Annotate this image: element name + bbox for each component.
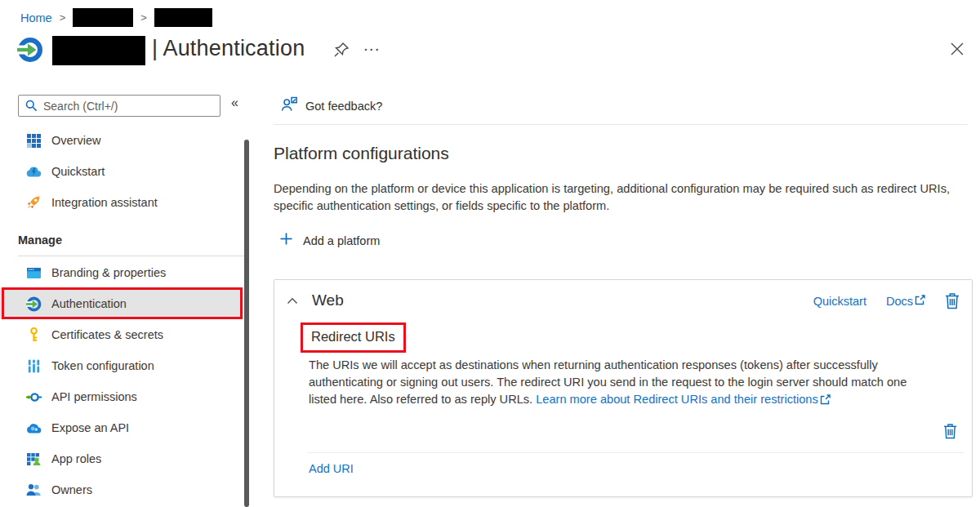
redirect-uris-heading: Redirect URIs xyxy=(311,329,395,344)
page-title: | Authentication xyxy=(152,36,305,61)
sidebar-section-manage: Manage xyxy=(18,233,62,247)
sidebar-item-label: Certificates & secrets xyxy=(51,328,163,341)
sidebar-item-api-permissions[interactable]: API permissions xyxy=(0,381,243,412)
sidebar-item-label: Token configuration xyxy=(51,359,154,372)
sidebar-item-authentication[interactable]: Authentication xyxy=(0,288,243,319)
cloud-bolt-icon xyxy=(24,166,42,177)
sidebar-item-overview[interactable]: Overview xyxy=(0,125,243,156)
add-platform-button[interactable]: Add a platform xyxy=(280,233,380,248)
cloud-icon xyxy=(24,423,42,434)
grid-icon xyxy=(24,134,42,148)
web-card-title: Web xyxy=(312,291,344,309)
add-platform-label: Add a platform xyxy=(303,234,380,247)
docs-link[interactable]: Docs xyxy=(886,295,925,308)
annotation-box-redirect-uris: Redirect URIs xyxy=(301,322,406,353)
sidebar-item-quickstart[interactable]: Quickstart xyxy=(0,156,243,187)
breadcrumb: Home > > xyxy=(20,8,212,27)
sidebar-item-expose-api[interactable]: Expose an API xyxy=(0,412,243,443)
api-icon xyxy=(24,392,42,402)
sidebar-item-label: Integration assistant xyxy=(51,196,158,209)
rocket-icon xyxy=(24,195,42,210)
sidebar-divider xyxy=(18,256,245,256)
app-registration-icon xyxy=(17,37,43,66)
browser-icon xyxy=(24,268,42,278)
learn-more-link[interactable]: Learn more about Redirect URIs and their… xyxy=(536,393,831,406)
sidebar-item-owners[interactable]: Owners xyxy=(0,474,243,505)
sidebar-item-certificates[interactable]: Certificates & secrets xyxy=(0,319,243,350)
sidebar-search xyxy=(18,95,220,117)
quickstart-link[interactable]: Quickstart xyxy=(813,295,866,308)
sidebar-item-app-roles[interactable]: App roles xyxy=(0,443,243,474)
app-roles-icon xyxy=(24,452,42,465)
search-icon xyxy=(25,100,38,115)
sidebar-item-label: Expose an API xyxy=(51,421,129,434)
people-icon xyxy=(24,484,42,496)
got-feedback-button[interactable]: Got feedback? xyxy=(281,96,382,115)
platform-configurations-heading: Platform configurations xyxy=(274,144,449,163)
header-divider xyxy=(274,124,968,125)
more-options-icon[interactable]: ... xyxy=(363,35,381,55)
sliders-icon xyxy=(24,359,42,373)
azure-portal-page: Home > > | Authentication ... xyxy=(0,0,980,507)
search-input[interactable] xyxy=(18,95,220,117)
sidebar-item-integration-assistant[interactable]: Integration assistant xyxy=(0,187,243,218)
web-platform-card: Web Quickstart Docs xyxy=(274,279,973,497)
close-icon[interactable] xyxy=(949,41,965,60)
breadcrumb-home-link[interactable]: Home xyxy=(20,11,52,24)
sidebar-item-label: Owners xyxy=(51,483,92,496)
redacted-breadcrumb-item[interactable] xyxy=(154,8,212,27)
sidebar-item-label: API permissions xyxy=(51,390,137,403)
got-feedback-label: Got feedback? xyxy=(305,100,382,113)
uri-row-divider xyxy=(307,452,964,453)
sidebar-item-branding[interactable]: Branding & properties xyxy=(0,257,243,288)
sidebar-collapse-button[interactable]: « xyxy=(231,96,238,110)
delete-platform-icon[interactable] xyxy=(945,292,960,309)
sidebar-item-token-configuration[interactable]: Token configuration xyxy=(0,350,243,381)
redacted-app-name xyxy=(52,36,145,65)
platform-configurations-description: Depending on the platform or device this… xyxy=(274,180,950,215)
sidebar-scrollbar[interactable] xyxy=(244,140,249,507)
sidebar-item-label: Authentication xyxy=(51,297,127,310)
redirect-uris-description: The URIs we will accept as destinations … xyxy=(309,357,934,408)
breadcrumb-separator: > xyxy=(60,11,66,24)
sidebar-item-label: Quickstart xyxy=(51,165,105,178)
redacted-breadcrumb-item[interactable] xyxy=(73,8,133,27)
feedback-icon xyxy=(281,96,298,115)
breadcrumb-separator: > xyxy=(140,11,147,24)
sidebar-item-label: App roles xyxy=(51,452,101,465)
key-icon xyxy=(24,327,42,342)
sidebar-item-label: Branding & properties xyxy=(51,266,166,279)
delete-uri-icon[interactable] xyxy=(943,423,957,439)
auth-arrow-icon xyxy=(24,296,42,312)
external-link-icon xyxy=(820,394,831,405)
pin-icon[interactable] xyxy=(332,41,350,62)
external-link-icon xyxy=(915,295,925,308)
plus-icon xyxy=(280,233,292,248)
docs-link-label: Docs xyxy=(886,295,913,308)
sidebar-item-label: Overview xyxy=(51,134,100,147)
add-uri-link[interactable]: Add URI xyxy=(309,462,354,475)
learn-more-label: Learn more about Redirect URIs and their… xyxy=(536,393,818,406)
chevron-up-icon[interactable] xyxy=(287,297,298,305)
